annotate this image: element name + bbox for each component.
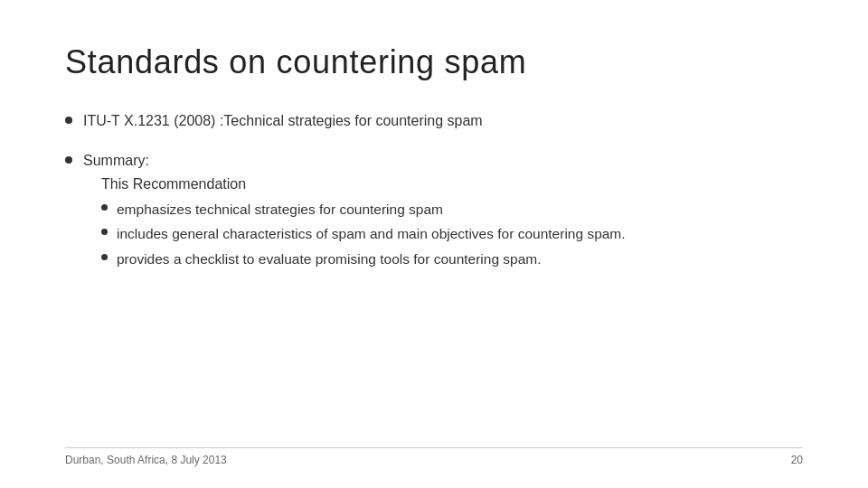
sub-bullet-item-1: emphasizes technical strategies for coun…	[101, 199, 626, 220]
sub-bullet-item-2: includes general characteristics of spam…	[101, 223, 626, 244]
sub-bullet-text-3: provides a checklist to evaluate promisi…	[117, 249, 542, 269]
footer: Durban, South Africa, 8 July 2013 20	[65, 447, 803, 466]
slide-title: Standards on countering spam	[65, 43, 803, 81]
content-area: ITU-T X.1231 (2008) :Technical strategie…	[65, 110, 803, 452]
sub-bullet-dot-2	[101, 229, 108, 235]
footer-page-number: 20	[791, 454, 803, 466]
sub-bullet-text-2: includes general characteristics of spam…	[117, 223, 626, 244]
this-recommendation: This Recommendation	[101, 174, 626, 195]
sub-bullet-dot-1	[101, 204, 108, 211]
bullet-item-1: ITU-T X.1231 (2008) :Technical strategie…	[65, 110, 803, 132]
sub-bullets: emphasizes technical strategies for coun…	[101, 199, 626, 269]
bullet-dot-2	[65, 156, 72, 164]
bullet-dot-1	[65, 117, 72, 124]
sub-bullet-dot-3	[101, 254, 108, 260]
sub-bullet-text-1: emphasizes technical strategies for coun…	[117, 199, 443, 220]
summary-label: Summary:	[83, 150, 626, 172]
summary-block: Summary: This Recommendation emphasizes …	[83, 150, 626, 269]
footer-location: Durban, South Africa, 8 July 2013	[65, 454, 227, 466]
sub-bullet-item-3: provides a checklist to evaluate promisi…	[101, 249, 626, 269]
bullet-item-2: Summary: This Recommendation emphasizes …	[65, 150, 803, 269]
slide-container: Standards on countering spam ITU-T X.123…	[0, 0, 868, 488]
bullet-text-1: ITU-T X.1231 (2008) :Technical strategie…	[83, 110, 483, 132]
